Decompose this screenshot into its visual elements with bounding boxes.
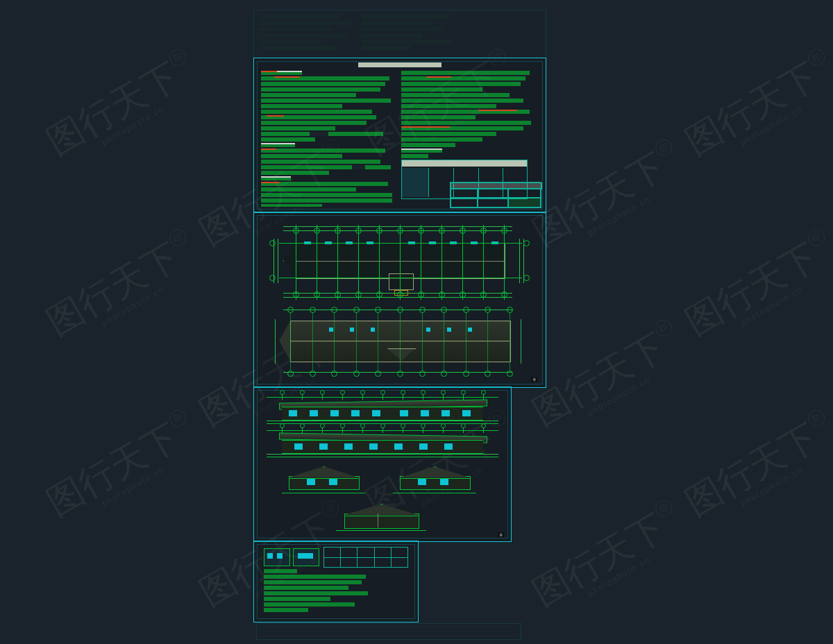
detail-2 [293,548,319,566]
watermark: 图行天下印 photophoto.cn [40,407,205,530]
ghost-sheet-bottom [256,623,521,640]
floor-plan [269,225,530,301]
grid-line [296,233,296,290]
section [336,502,426,533]
elev-front [267,397,498,425]
notes-title-block [450,182,541,208]
detail-schedule [323,547,408,568]
grid-line [400,233,401,290]
cad-canvas[interactable]: { "app": { "watermark_main": "图行天下", "wa… [0,0,833,644]
ghost-sheet-top [253,10,546,58]
elev-back [267,430,498,458]
grid-line [337,233,338,290]
grid-line [504,233,505,290]
sheet-elevations[interactable]: ⑧ [253,387,512,542]
watermark: 图行天下印 photophoto.cn [526,316,691,440]
detail-notes [264,569,375,618]
watermark: 图行天下印 photophoto.cn [679,407,833,530]
grid-line [421,233,421,290]
watermark: 图行天下印 photophoto.cn [526,497,691,620]
sheet-plan[interactable]: ⑧ [253,212,546,388]
watermark: 图行天下印 photophoto.cn [40,226,205,350]
notes-title-bar [358,62,441,67]
detail-1 [264,548,290,566]
grid-line [379,233,380,290]
grid-line [358,233,359,290]
watermark: 图行天下印 photophoto.cn [679,226,833,350]
grid-line [441,233,442,290]
elev-side-right [393,464,476,495]
grid-line [462,233,463,290]
sheet-details[interactable] [253,541,419,622]
sheet-elev-tag: ⑧ [498,532,504,537]
watermark: 图行天下印 photophoto.cn [526,136,691,260]
notes-col-left [261,71,396,207]
elev-side-left [282,464,365,495]
roof-plan [269,308,530,378]
watermark: 图行天下印 photophoto.cn [679,46,833,169]
grid-line [483,233,484,290]
sheet-plan-tag: ⑧ [531,377,537,382]
grid-line [317,233,317,290]
watermark: 图行天下印 photophoto.cn [40,46,205,169]
sheet-notes[interactable] [253,58,546,213]
